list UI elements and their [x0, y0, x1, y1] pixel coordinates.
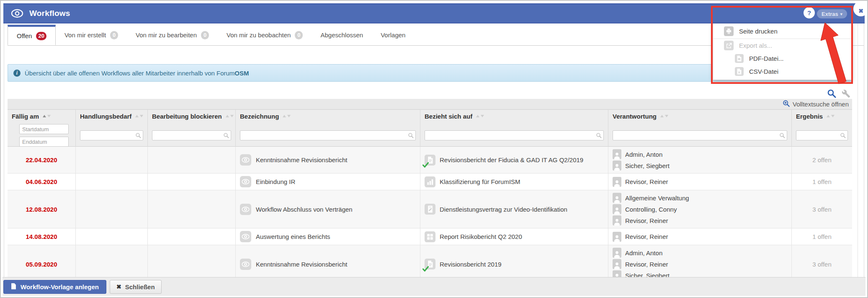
ergebnis-cell: 3 offen [791, 190, 852, 228]
tab-offen[interactable]: Offen20 [8, 25, 56, 45]
extras-label: Extras [822, 11, 838, 17]
check-icon [422, 162, 429, 168]
extras-button[interactable]: Extras ▾ [817, 9, 847, 18]
column-label: Fällig am [12, 113, 39, 120]
column-header-bearbeitung-blockieren[interactable]: Bearbeitung blockieren [147, 110, 235, 122]
tab-von-mir-erstellt[interactable]: Von mir erstellt0 [56, 25, 127, 45]
workflows-window: Workflows ? Extras ▾ ✖ Offen20Von mir er… [0, 0, 868, 298]
eye-icon [11, 9, 23, 18]
column-header-fällig-am[interactable]: Fällig am [8, 110, 75, 122]
export-icon [724, 41, 734, 50]
column-header-ergebnis[interactable]: Ergebnis [791, 110, 852, 122]
tab-vorlagen[interactable]: Vorlagen [372, 25, 414, 45]
person-name: Allgemeine Verwaltung [625, 193, 689, 203]
column-header-handlungsbedarf[interactable]: Handlungsbedarf [75, 110, 147, 122]
chart-icon [425, 176, 435, 187]
csv-file-icon [735, 67, 744, 76]
person-name: Admin, Anton [625, 150, 662, 159]
filter-input-bezieht-sich-auf[interactable] [425, 130, 604, 140]
filter-input-verantwortung[interactable] [613, 130, 787, 140]
workflow-eye-icon [240, 176, 251, 187]
result-count: 3 offen [812, 261, 832, 268]
due-date: 14.08.2020 [26, 233, 57, 240]
create-workflow-template-button[interactable]: Workflow-Vorlage anlegen [3, 280, 106, 294]
filter-input-ergebnis[interactable] [796, 130, 848, 140]
workflow-row[interactable]: 22.04.2020Kenntnisnahme Revisionsbericht… [8, 147, 852, 174]
tab-label: Von mir zu beobachten [227, 31, 291, 39]
workflow-eye-icon [240, 154, 251, 166]
reference-label: Dienstleistungsvertrag zur Video-Identif… [440, 206, 567, 213]
column-header-bezieht-sich-auf[interactable]: Bezieht sich auf [420, 110, 608, 122]
column-label: Bearbeitung blockieren [152, 113, 222, 120]
menu-item-pdf-datei[interactable]: PDF-Datei... [713, 52, 852, 65]
filter-cell-fällig-am [8, 122, 75, 148]
due-date-cell: 14.08.2020 [8, 228, 75, 245]
menu-item-export-als[interactable]: Export als... [713, 39, 852, 52]
workflows-table: Fällig amHandlungsbedarfBearbeitung bloc… [8, 109, 852, 295]
page-title: Workflows [29, 9, 70, 18]
end-date-filter-input[interactable] [19, 137, 69, 147]
filter-input-bezeichnung[interactable] [240, 130, 416, 140]
workflow-eye-icon [240, 204, 251, 215]
person-icon [613, 149, 621, 159]
workflow-name: Auswertung eines Berichts [256, 233, 330, 240]
menu-item-label: Seite drucken [739, 28, 778, 35]
person-name: Revisor, Reiner [625, 232, 668, 241]
filter-input-handlungsbedarf[interactable] [80, 130, 143, 140]
create-button-label: Workflow-Vorlage anlegen [21, 283, 99, 290]
bearbeitung-blockieren-cell [147, 147, 235, 173]
column-label: Bezeichnung [240, 113, 279, 120]
result-count: 3 offen [812, 206, 832, 213]
verantwortung-cell: Admin, AntonSicher, Siegbert [608, 147, 791, 173]
column-header-verantwortung[interactable]: Verantwortung [608, 110, 791, 122]
menu-item-label: PDF-Datei... [749, 55, 784, 62]
filter-cell-bezieht-sich-auf [420, 122, 608, 148]
filter-input-bearbeitung-blockieren[interactable] [152, 130, 231, 140]
wrench-icon[interactable] [842, 89, 850, 98]
document-icon [425, 155, 435, 166]
workflow-eye-icon [240, 231, 251, 242]
workflow-name: Einbindung IR [256, 178, 295, 185]
reference-label: Report Risikobericht Q2 2020 [440, 233, 522, 240]
menu-item-seite-drucken[interactable]: Seite drucken [713, 23, 852, 39]
bearbeitung-blockieren-cell [147, 228, 235, 245]
tab-von-mir-zu-beobachten[interactable]: Von mir zu beobachten0 [218, 25, 312, 45]
person-name: Controlling, Conny [625, 205, 677, 214]
start-date-filter-input[interactable] [19, 124, 69, 134]
person-icon [613, 215, 621, 225]
sort-icon [135, 115, 143, 117]
bezeichnung-cell: Auswertung eines Berichts [235, 228, 420, 245]
close-button[interactable]: ✖ [853, 1, 868, 16]
filter-cell-bearbeitung-blockieren [147, 122, 235, 148]
search-icon[interactable] [827, 89, 836, 98]
search-plus-icon [783, 100, 790, 108]
window-titlebar: Workflows ? Extras ▾ ✖ [3, 3, 865, 23]
column-header-bezeichnung[interactable]: Bezeichnung [235, 110, 420, 122]
fulltext-search-toggle[interactable]: Volltextsuche öffnen [8, 99, 852, 109]
filter-input-wrap [152, 130, 231, 140]
handlungsbedarf-cell [75, 190, 147, 228]
tab-von-mir-zu-bearbeiten[interactable]: Von mir zu bearbeiten0 [127, 25, 218, 45]
verantwortung-cell: Revisor, Reiner [608, 174, 791, 190]
menu-item-csv-datei[interactable]: CSV-Datei [713, 65, 852, 78]
tab-abgeschlossen[interactable]: Abgeschlossen [312, 25, 372, 45]
workflow-row[interactable]: 12.08.2020Workflow Abschluss von Verträg… [8, 190, 852, 228]
document-icon [11, 283, 16, 291]
responsible-person: Revisor, Reiner [613, 177, 668, 187]
workflow-row[interactable]: 14.08.2020Auswertung eines BerichtsRepor… [8, 228, 852, 245]
pdf-file-icon [735, 54, 744, 63]
workflow-eye-icon [240, 259, 251, 270]
sort-icon [283, 115, 291, 117]
info-text: Übersicht über alle offenen Workflows al… [25, 70, 249, 77]
filter-input-wrap [425, 130, 604, 140]
workflow-row[interactable]: 04.06.2020Einbindung IRKlassifizierung f… [8, 174, 852, 190]
close-dialog-button[interactable]: ✖ Schließen [110, 280, 162, 294]
fulltext-label: Volltextsuche öffnen [793, 101, 849, 108]
person-name: Revisor, Reiner [625, 259, 668, 269]
help-button[interactable]: ? [804, 7, 815, 18]
tab-label: Von mir erstellt [64, 31, 106, 39]
question-mark-icon: ? [807, 9, 811, 16]
sort-icon [827, 115, 835, 117]
bezeichnung-cell: Einbindung IR [235, 174, 420, 190]
tab-badge: 0 [201, 31, 209, 39]
